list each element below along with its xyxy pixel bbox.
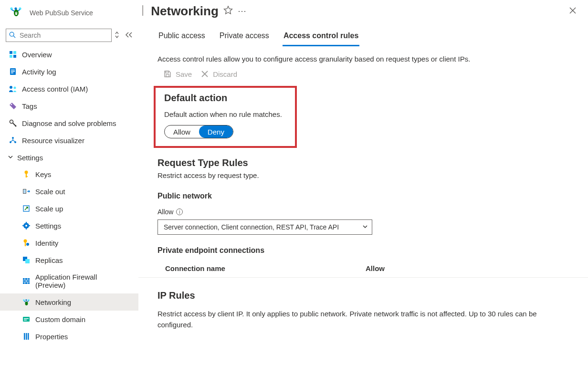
search-updown-icon[interactable]: [115, 31, 119, 40]
col-allow: Allow: [366, 264, 569, 272]
nav-label: Custom domain: [35, 315, 85, 323]
svg-rect-57: [28, 333, 29, 340]
svg-rect-8: [13, 51, 16, 54]
blade-header: | Networking ⋯: [138, 0, 588, 24]
svg-rect-55: [24, 333, 25, 340]
identity-icon: [22, 239, 31, 247]
sidebar-item-properties[interactable]: Properties: [0, 328, 138, 345]
sidebar-item-identity[interactable]: Identity: [0, 234, 138, 251]
svg-point-20: [15, 125, 17, 127]
sidebar-item-access-control[interactable]: Access control (IAM): [0, 80, 138, 97]
nav-label: Scale out: [35, 188, 65, 196]
nav-label: Networking: [35, 298, 71, 306]
nav-label: Tags: [22, 102, 37, 110]
sidebar-item-replicas[interactable]: Replicas: [0, 251, 138, 269]
svg-point-1: [14, 7, 17, 10]
sidebar-search-input[interactable]: [19, 31, 108, 40]
svg-point-49: [23, 299, 25, 301]
svg-point-15: [10, 86, 12, 89]
properties-icon: [22, 332, 31, 341]
save-label: Save: [176, 70, 192, 78]
sidebar-item-scale-out[interactable]: Scale out: [0, 183, 138, 200]
nav-label: Diagnose and solve problems: [22, 119, 116, 127]
overview-icon: [9, 50, 17, 59]
activity-log-icon: [9, 67, 17, 76]
svg-point-51: [28, 299, 30, 301]
nav-label: Identity: [35, 239, 58, 247]
request-type-rules-desc: Restrict access by request type.: [138, 171, 588, 185]
tab-public-access[interactable]: Public access: [158, 29, 206, 46]
svg-point-4: [16, 12, 17, 13]
toggle-allow[interactable]: Allow: [165, 125, 199, 138]
discard-button[interactable]: Discard: [200, 70, 237, 78]
info-icon[interactable]: i: [176, 209, 183, 215]
nav-label: Access control (IAM): [22, 85, 88, 93]
tab-access-control-rules[interactable]: Access control rules: [283, 29, 359, 46]
favorite-star-icon[interactable]: [223, 5, 233, 17]
col-connection-name: Connection name: [165, 264, 366, 272]
svg-point-21: [12, 137, 14, 139]
close-blade-button[interactable]: [565, 4, 580, 19]
svg-point-5: [10, 32, 14, 36]
ip-rules-desc: Restrict access by client IP. It only ap…: [138, 304, 558, 335]
private-endpoints-table-header: Connection name Allow: [138, 257, 588, 278]
svg-point-16: [14, 87, 16, 89]
private-endpoints-heading: Private endpoint connections: [138, 240, 588, 257]
scale-up-icon: [22, 204, 31, 213]
svg-rect-10: [13, 55, 16, 58]
svg-rect-7: [10, 51, 12, 54]
tab-private-access[interactable]: Private access: [219, 29, 270, 46]
sidebar-item-resource-visualizer[interactable]: Resource visualizer: [0, 132, 138, 149]
svg-rect-14: [11, 73, 13, 73]
svg-point-18: [10, 120, 13, 124]
networking-icon: [22, 298, 31, 306]
nav-label: Overview: [22, 51, 52, 59]
firewall-icon: [22, 277, 31, 285]
nav-label: Properties: [35, 333, 68, 341]
sidebar-item-settings[interactable]: Settings: [0, 217, 138, 234]
nav-label: Replicas: [35, 256, 63, 264]
search-icon: [9, 31, 16, 40]
collapse-sidebar-icon[interactable]: [122, 31, 136, 40]
svg-rect-13: [11, 71, 15, 72]
sidebar-item-activity-log[interactable]: Activity log: [0, 63, 138, 80]
gear-icon: [22, 221, 31, 230]
default-action-title: Default action: [164, 93, 289, 107]
svg-point-2: [19, 7, 21, 10]
keys-icon: [22, 170, 31, 178]
svg-rect-56: [26, 333, 27, 340]
public-network-heading: Public network: [138, 185, 588, 202]
toggle-deny[interactable]: Deny: [199, 125, 233, 138]
svg-line-6: [13, 36, 15, 38]
iam-icon: [9, 84, 17, 93]
dropdown-value: Server connection, Client connection, RE…: [164, 223, 339, 231]
sidebar-group-settings[interactable]: Settings: [0, 149, 138, 166]
diagnose-icon: [9, 119, 17, 127]
request-type-rules-title: Request Type Rules: [138, 153, 588, 171]
sidebar-search[interactable]: [6, 29, 112, 42]
allow-request-types-dropdown[interactable]: Server connection, Client connection, RE…: [158, 219, 372, 235]
sidebar-item-overview[interactable]: Overview: [0, 46, 138, 63]
sidebar-nav: Overview Activity log Access control (IA…: [0, 46, 138, 386]
more-actions-icon[interactable]: ⋯: [238, 6, 246, 16]
svg-point-38: [26, 243, 29, 246]
resource-header: Web PubSub Service: [0, 0, 138, 29]
svg-rect-40: [25, 259, 30, 263]
sidebar-item-networking[interactable]: Networking: [0, 293, 138, 311]
allow-label: Allow: [158, 208, 173, 216]
sidebar-item-custom-domain[interactable]: Custom domain: [0, 311, 138, 328]
svg-rect-12: [11, 70, 15, 71]
sidebar-item-diagnose[interactable]: Diagnose and solve problems: [0, 115, 138, 132]
svg-rect-52: [23, 317, 30, 322]
scale-out-icon: [22, 187, 31, 196]
default-action-toggle[interactable]: Allow Deny: [164, 125, 233, 138]
svg-rect-60: [166, 71, 168, 73]
save-button[interactable]: Save: [163, 70, 192, 78]
sidebar-item-app-firewall[interactable]: Application Firewall (Preview): [0, 269, 138, 293]
sidebar-item-tags[interactable]: Tags: [0, 97, 138, 115]
svg-rect-9: [10, 55, 12, 58]
blade-title: Networking: [151, 4, 219, 19]
svg-rect-53: [24, 318, 29, 319]
sidebar-item-keys[interactable]: Keys: [0, 166, 138, 183]
sidebar-item-scale-up[interactable]: Scale up: [0, 200, 138, 217]
